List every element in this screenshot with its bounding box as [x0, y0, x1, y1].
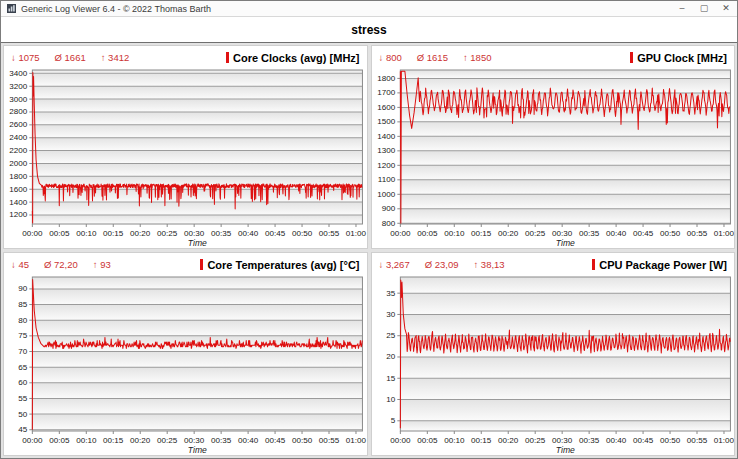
x-tick-label: 00:40 [238, 229, 259, 238]
y-tick-label: 1800 [9, 172, 28, 181]
stat-avg: Ø 23,09 [425, 259, 459, 270]
y-tick-label: 15 [386, 374, 396, 383]
chart-plot-cpu-package-power[interactable]: 353025201510500:0000:0500:1000:1500:2000… [372, 273, 735, 455]
x-tick-label: 00:25 [157, 436, 178, 445]
x-tick-label: 00:30 [552, 436, 573, 445]
x-tick-label: 00:20 [130, 229, 151, 238]
y-tick-label: 1600 [377, 103, 396, 112]
y-tick-label: 1200 [9, 211, 28, 220]
chart-title-text: Core Clocks (avg) [MHz] [233, 52, 360, 64]
x-tick-label: 00:10 [444, 436, 465, 445]
x-tick-label: 00:50 [659, 229, 680, 238]
x-axis-title: Time [555, 445, 574, 455]
x-tick-label: 00:05 [417, 436, 438, 445]
x-tick-label: 00:55 [319, 229, 340, 238]
x-tick-label: 00:35 [211, 436, 232, 445]
x-tick-label: 00:50 [659, 436, 680, 445]
plot-band [32, 202, 362, 215]
plot-band [400, 378, 730, 399]
stat-min: ↓ 3,267 [379, 259, 410, 270]
plot-band [400, 78, 730, 92]
y-tick-label: 25 [386, 331, 396, 340]
y-tick-label: 2200 [9, 146, 28, 155]
x-tick-label: 00:45 [265, 436, 286, 445]
x-tick-label: 01:00 [346, 436, 367, 445]
x-tick-label: 00:00 [22, 436, 43, 445]
gpu-clock-svg: 1800170016001500140013001200110010009008… [372, 66, 735, 248]
y-tick-label: 1400 [377, 132, 396, 141]
chart-title-text: Core Temperatures (avg) [°C] [207, 259, 359, 271]
chart-panel-gpu-clock: ↓ 800 Ø 1615 ↑ 1850 GPU Clock [MHz] 1800… [371, 45, 736, 249]
plot-band [400, 400, 730, 421]
x-tick-label: 00:20 [498, 436, 519, 445]
stat-max: ↑ 3412 [101, 52, 130, 63]
y-tick-label: 60 [18, 378, 28, 387]
x-tick-label: 00:00 [390, 229, 411, 238]
x-tick-label: 00:30 [184, 436, 205, 445]
x-axis-title: Time [188, 445, 207, 455]
x-tick-label: 00:55 [319, 436, 340, 445]
maximize-button[interactable]: ▢ [693, 1, 715, 16]
app-window: Generic Log Viewer 6.4 - © 2022 Thomas B… [0, 0, 738, 459]
cpu-package-power-svg: 353025201510500:0000:0500:1000:1500:2000… [372, 273, 735, 455]
y-tick-label: 3000 [9, 95, 28, 104]
y-tick-label: 1300 [377, 146, 396, 155]
y-tick-label: 75 [18, 331, 28, 340]
x-tick-label: 01:00 [713, 436, 734, 445]
x-tick-label: 01:00 [713, 229, 734, 238]
window-title: Generic Log Viewer 6.4 - © 2022 Thomas B… [21, 4, 671, 14]
x-tick-label: 00:35 [579, 436, 600, 445]
x-tick-label: 00:10 [444, 229, 465, 238]
plot-band [400, 314, 730, 335]
x-axis-title: Time [555, 238, 574, 248]
stat-avg: Ø 1661 [55, 52, 86, 63]
y-tick-label: 900 [381, 204, 395, 213]
chart-plot-core-temperatures[interactable]: 9085807570656055504500:0000:0500:1000:15… [4, 273, 367, 455]
plot-band [400, 194, 730, 208]
plot-band [32, 398, 362, 414]
x-tick-label: 00:05 [49, 436, 70, 445]
plot-band [400, 180, 730, 194]
y-tick-label: 1000 [377, 190, 396, 199]
y-tick-label: 1600 [9, 185, 28, 194]
charts-grid: ↓ 1075 Ø 1661 ↑ 3412 Core Clocks (avg) [… [1, 43, 737, 458]
y-tick-label: 50 [18, 410, 28, 419]
x-tick-label: 00:25 [157, 229, 178, 238]
plot-band [32, 138, 362, 151]
stat-max: ↑ 38,13 [473, 259, 504, 270]
panel-header: ↓ 3,267 Ø 23,09 ↑ 38,13 CPU Package Powe… [372, 253, 735, 273]
x-tick-label: 00:35 [211, 229, 232, 238]
y-tick-label: 65 [18, 363, 28, 372]
legend-color-bar [200, 259, 203, 270]
app-icon [7, 4, 16, 13]
x-tick-label: 00:55 [686, 229, 707, 238]
chart-title: Core Clocks (avg) [MHz] [226, 52, 360, 64]
plot-band [32, 112, 362, 125]
x-tick-label: 00:40 [605, 229, 626, 238]
chart-plot-core-clocks[interactable]: 3400320030002800260024002200200018001600… [4, 66, 367, 248]
core-temperatures-svg: 9085807570656055504500:0000:0500:1000:15… [4, 273, 367, 455]
x-tick-label: 00:05 [417, 229, 438, 238]
y-tick-label: 80 [18, 316, 28, 325]
y-tick-label: 3400 [9, 69, 28, 78]
chart-plot-gpu-clock[interactable]: 1800170016001500140013001200110010009008… [372, 66, 735, 248]
y-tick-label: 2800 [9, 108, 28, 117]
stat-max: ↑ 93 [93, 259, 111, 270]
x-tick-label: 00:30 [184, 229, 205, 238]
plot-band [32, 86, 362, 99]
chart-panel-cpu-package-power: ↓ 3,267 Ø 23,09 ↑ 38,13 CPU Package Powe… [371, 252, 736, 456]
x-tick-label: 00:20 [498, 229, 519, 238]
close-button[interactable]: ✕ [715, 1, 737, 16]
plot-band [400, 70, 730, 78]
y-tick-label: 1500 [377, 117, 396, 126]
y-tick-label: 85 [18, 300, 28, 309]
y-tick-label: 1700 [377, 88, 396, 97]
minimize-button[interactable]: – [671, 1, 693, 16]
chart-title: CPU Package Power [W] [592, 259, 727, 271]
panel-header: ↓ 800 Ø 1615 ↑ 1850 GPU Clock [MHz] [372, 46, 735, 66]
panel-header: ↓ 1075 Ø 1661 ↑ 3412 Core Clocks (avg) [… [4, 46, 367, 66]
plot-band [32, 367, 362, 383]
stat-min: ↓ 45 [11, 259, 29, 270]
x-tick-label: 00:50 [292, 229, 313, 238]
window-controls: – ▢ ✕ [671, 1, 737, 16]
